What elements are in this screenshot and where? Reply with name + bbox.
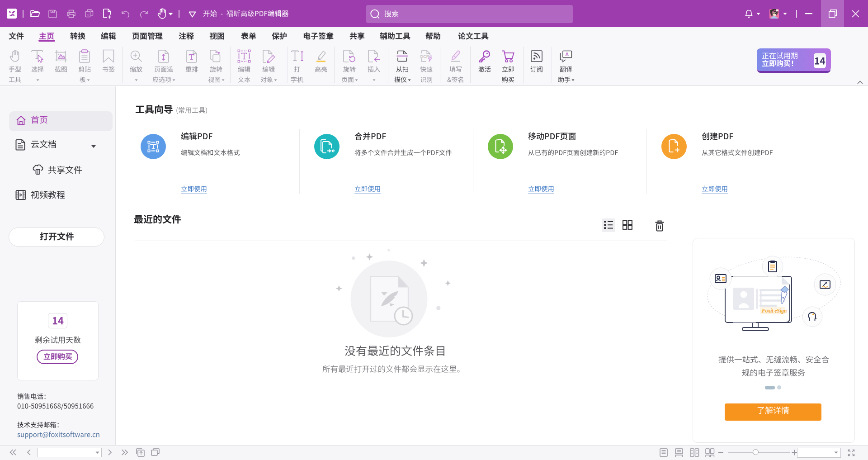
svg-text:OCR: OCR (420, 54, 429, 59)
svg-text:A: A (565, 52, 569, 57)
svg-text:Foxit eSign: Foxit eSign (761, 308, 787, 314)
